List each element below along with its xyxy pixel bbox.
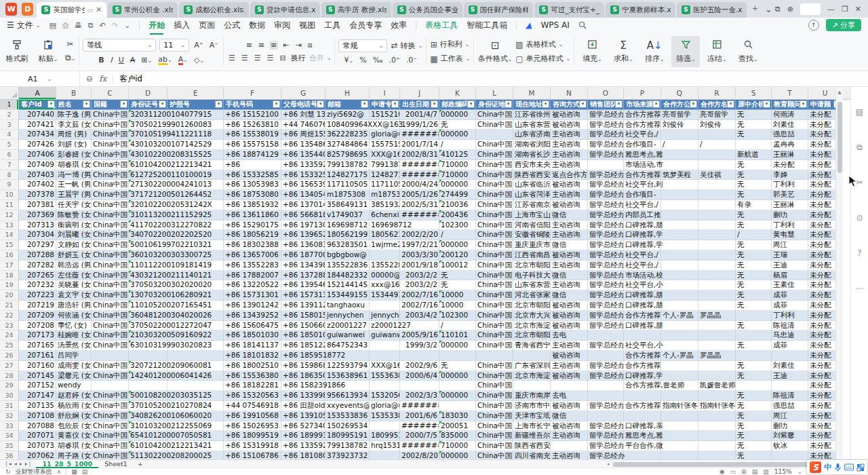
- cell[interactable]: China中国: [92, 401, 129, 411]
- fill-handle[interactable]: [54, 107, 56, 110]
- cell[interactable]: 373923732: [326, 451, 370, 459]
- cell[interactable]: China中国: [92, 311, 129, 321]
- next-sheet-icon[interactable]: ▸: [20, 461, 22, 467]
- cell[interactable]: 雅思考点,雅: [624, 431, 661, 441]
- cell[interactable]: 合作方推荐: [624, 361, 661, 371]
- cell[interactable]: 成菲: [772, 301, 808, 311]
- cell[interactable]: 陈祖清: [772, 391, 808, 401]
- cell[interactable]: China中国: [92, 240, 129, 250]
- column-letter[interactable]: D: [129, 87, 167, 99]
- sheet-tab[interactable]: Sheet1: [98, 460, 134, 468]
- cell[interactable]: 罗晶晶: [698, 351, 736, 361]
- cell[interactable]: 271302200004241013: [129, 180, 167, 190]
- cell[interactable]: 周煜 (男): [56, 130, 92, 140]
- page-layout-view-icon[interactable]: ▤: [752, 468, 758, 475]
- cell[interactable]: 指南针张冬: [698, 401, 736, 411]
- cell[interactable]: 山东省济南: [513, 130, 551, 140]
- cell[interactable]: 1999/3/2: [400, 341, 439, 351]
- cell[interactable]: 社交平台,/: [624, 261, 661, 271]
- cell[interactable]: 留学总经办: [588, 240, 624, 250]
- cell[interactable]: 207265: [19, 271, 56, 281]
- cell[interactable]: [736, 351, 772, 361]
- cell[interactable]: +86 1877000215: [281, 250, 326, 261]
- cell[interactable]: 无: [736, 411, 772, 421]
- decrease-decimal-icon[interactable]: .0⁻: [405, 56, 418, 64]
- cell[interactable]: 710000: [439, 441, 476, 451]
- column-header[interactable]: 护照号▾: [167, 100, 224, 110]
- cell[interactable]: China中国: [92, 431, 129, 441]
- column-letter[interactable]: F: [224, 87, 281, 99]
- cell[interactable]: China中国: [92, 120, 129, 130]
- cell[interactable]: China中国: [476, 341, 513, 351]
- cell[interactable]: 主动咨询: [551, 160, 588, 170]
- cell[interactable]: ########: [400, 170, 439, 180]
- cell[interactable]: 无: [736, 271, 772, 281]
- cell[interactable]: 主动咨询: [551, 361, 588, 371]
- cell[interactable]: 留学总经办: [588, 311, 624, 321]
- cell[interactable]: 刘妍 (女): [56, 140, 92, 150]
- cell[interactable]: 去电: [551, 330, 588, 341]
- column-header[interactable]: 合作方公▾: [661, 100, 698, 110]
- cell[interactable]: +86 18753080: [224, 190, 281, 200]
- cell[interactable]: [370, 451, 400, 459]
- cell[interactable]: 710000: [439, 160, 476, 170]
- row-number[interactable]: 6: [0, 150, 19, 160]
- column-header[interactable]: 现住地址▾: [513, 100, 551, 110]
- cell[interactable]: 留学总经办: [588, 130, 624, 140]
- cell[interactable]: +86 1370140948: [281, 200, 326, 210]
- cell[interactable]: [661, 221, 698, 231]
- filter-icon[interactable]: ▾: [159, 100, 166, 108]
- cell[interactable]: +86 18141137: [224, 341, 281, 351]
- cell[interactable]: 合作方推荐: [624, 120, 661, 130]
- cell[interactable]: China中国: [92, 110, 129, 120]
- cell[interactable]: 207088: [19, 421, 56, 432]
- vertical-scrollbar[interactable]: ▲: [835, 87, 843, 459]
- cell[interactable]: China中国: [92, 361, 129, 371]
- cell[interactable]: 1997/2/21: [400, 240, 439, 250]
- cell[interactable]: 无: [736, 371, 772, 381]
- cell[interactable]: 合作项目-: [624, 190, 661, 200]
- cell[interactable]: [698, 261, 736, 271]
- cell[interactable]: +86 18056219: [224, 230, 281, 240]
- row-number[interactable]: 31: [0, 401, 19, 411]
- cell[interactable]: 重庆重庆市: [513, 240, 551, 250]
- cell[interactable]: [661, 371, 698, 381]
- copy-button[interactable]: ⧉⌄: [65, 53, 75, 64]
- cell[interactable]: 340826200106060020: [129, 411, 167, 421]
- screen-share-icon[interactable]: ▭: [87, 7, 94, 14]
- column-letter[interactable]: K: [439, 87, 476, 99]
- cell[interactable]: 327484864: [326, 140, 370, 150]
- row-number[interactable]: 23: [0, 321, 19, 331]
- column-letter[interactable]: I: [370, 87, 400, 99]
- font-size-select[interactable]: 11⌄: [159, 39, 189, 52]
- cell[interactable]: 无: [736, 180, 772, 190]
- cell[interactable]: xxyevents@: [326, 401, 370, 411]
- cell[interactable]: 被动咨询: [551, 120, 588, 130]
- cell[interactable]: [698, 160, 736, 170]
- align-middle-icon[interactable]: ≡: [257, 41, 266, 50]
- cell[interactable]: [551, 441, 588, 451]
- cell[interactable]: gloria@uk: [370, 401, 400, 411]
- cell[interactable]: [698, 180, 736, 190]
- decrease-indent-icon[interactable]: ⇤: [281, 41, 290, 50]
- cell[interactable]: 153533836: [326, 411, 370, 421]
- cell[interactable]: m1875308: [370, 190, 400, 200]
- cell[interactable]: 207402: [19, 180, 56, 190]
- cell[interactable]: 汤景然 (女: [56, 341, 92, 351]
- cell[interactable]: 主动咨询: [551, 261, 588, 271]
- cell[interactable]: 上海市宝山: [513, 210, 551, 221]
- cell[interactable]: [129, 351, 167, 361]
- cell[interactable]: 2005/1/26: [400, 190, 439, 200]
- cell[interactable]: +86 1859518772: [281, 351, 326, 361]
- cell[interactable]: China中国: [92, 210, 129, 221]
- cell[interactable]: 6chenxinyur: [370, 210, 400, 221]
- cell[interactable]: [698, 271, 736, 281]
- cell[interactable]: 刘俊伶: [661, 120, 698, 130]
- cell[interactable]: +86 19910568: [224, 411, 281, 421]
- cell[interactable]: 王素佳: [772, 280, 808, 290]
- cell[interactable]: China中国: [476, 261, 513, 271]
- cell[interactable]: ########: [400, 160, 439, 170]
- file-tab[interactable]: S宁夏教师样本.xlsx: [606, 2, 675, 18]
- cell[interactable]: +86 1863505000: [281, 371, 326, 381]
- cell[interactable]: +86 18101832: [224, 351, 281, 361]
